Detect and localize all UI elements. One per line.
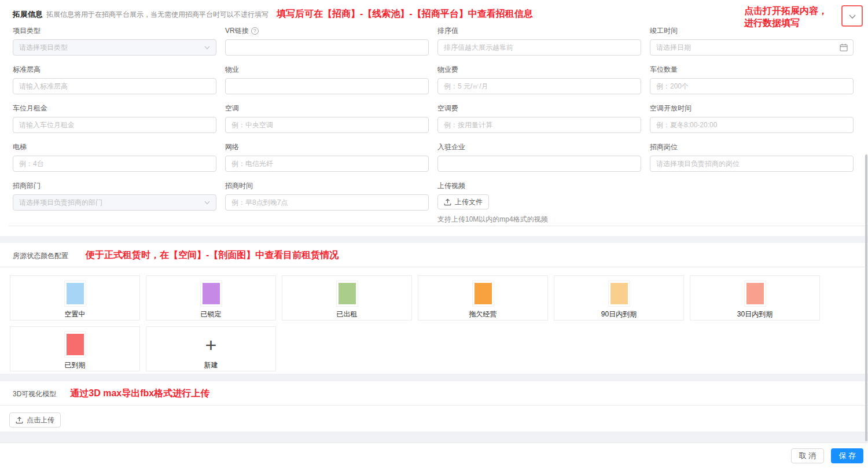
project-type-select[interactable]: 请选择项目类型 [13,39,216,56]
field-label: 车位月租金 [13,104,216,113]
field-label: 空调 [225,104,429,113]
color-swatch [203,283,220,304]
upload-icon [16,417,23,424]
save-button[interactable]: 保 存 [831,448,863,463]
air-conditioning-input[interactable] [225,117,429,133]
annotation-text: 填写后可在【招商】-【线索池】-【招商平台】中查看招租信息 [277,8,533,20]
upload-video-button[interactable]: 上传文件 [437,194,489,209]
field-label: VR链接 ? [225,26,429,35]
status-card-arrears[interactable]: 拖欠经营 [418,275,548,320]
standard-floor-height-input[interactable] [13,78,216,94]
color-swatch [746,283,764,304]
elevator-input[interactable] [13,156,216,172]
field-project-type: 项目类型 请选择项目类型 [13,26,216,56]
upload-icon [444,198,451,206]
field-label: 物业 [225,65,429,74]
vertical-scrollbar[interactable] [865,154,867,441]
status-card-expired[interactable]: 已到期 [10,326,140,371]
completion-date-input[interactable] [650,40,853,55]
question-circle-icon[interactable]: ? [251,27,259,35]
leasing-hours-input[interactable] [225,194,429,211]
extended-info-header: 拓展信息 拓展信息将用于在招商平台展示，当无需使用招商平台时可以不进行填写 填写… [13,8,855,20]
network-input[interactable] [225,156,429,172]
calendar-icon [840,43,848,51]
field-label: 招商部门 [13,181,216,190]
status-card-rented[interactable]: 已出租 [282,275,412,320]
select-placeholder: 请选择项目负责招商的部门 [19,198,102,208]
field-sort-value: 排序值 [437,26,641,56]
property-fee-input[interactable] [437,78,641,94]
status-card-label: 90日内到期 [601,309,637,319]
collapse-toggle-button[interactable] [841,5,863,27]
tenant-companies-input[interactable] [437,156,641,172]
field-vr-link: VR链接 ? [225,26,429,56]
ac-fee-input[interactable] [437,117,641,133]
footer-action-bar: 取 消 保 存 [0,443,868,468]
field-label: 电梯 [13,142,216,152]
upload-video-hint: 支持上传10M以内的mp4格式的视频 [437,215,641,224]
status-card-label: 新建 [204,360,218,370]
field-leasing-department: 招商部门 请选择项目负责招商的部门 [13,181,216,224]
parking-count-input[interactable] [650,78,854,94]
extended-info-form: 项目类型 请选择项目类型 VR链接 ? 排序值 竣工时间 标准 [13,26,855,234]
color-swatch [475,283,492,304]
chevron-down-icon [849,11,856,21]
status-card-vacant[interactable]: 空置中 [10,275,140,320]
color-swatch [67,283,84,304]
annotation-text: 便于正式租赁时，在【空间】-【剖面图】中查看目前租赁情况 [86,249,339,261]
section-title: 拓展信息 [13,9,43,20]
annotation-text: 通过3D max导出fbx格式进行上传 [70,388,209,400]
status-card-locked[interactable]: 已锁定 [146,275,276,320]
leasing-position-input[interactable] [650,156,854,172]
leasing-department-select[interactable]: 请选择项目负责招商的部门 [13,194,216,211]
field-label: 标准层高 [13,65,216,74]
field-property-fee: 物业费 [437,65,641,94]
model-3d-section: 3D可视化模型 通过3D max导出fbx格式进行上传 点击上传 [0,381,868,432]
field-label: 招商岗位 [650,142,854,152]
chevron-down-icon [204,198,210,207]
field-property: 物业 [225,65,429,94]
section-gap [0,374,868,381]
extended-info-section: 拓展信息 拓展信息将用于在招商平台展示，当无需使用招商平台时可以不进行填写 填写… [0,0,868,236]
color-swatch [67,334,84,355]
field-label: 网络 [225,142,429,152]
field-label: 上传视频 [437,181,641,190]
status-card-list: 空置中 已锁定 已出租 拖欠经营 90日内到期 30日内到期 已到期 + [0,267,839,371]
cancel-button[interactable]: 取 消 [791,448,825,463]
field-label: 入驻企业 [437,142,641,152]
status-card-label: 已锁定 [201,309,222,319]
add-status-card-button[interactable]: + 新建 [146,326,276,371]
field-completion-date: 竣工时间 [650,26,854,56]
collapse-annotation: 点击打开拓展内容，进行数据填写 [744,5,836,29]
section-title: 房源状态颜色配置 [13,251,68,261]
plus-icon: + [205,335,217,355]
parking-monthly-rent-input[interactable] [13,117,216,133]
ac-open-hours-input[interactable] [650,117,854,133]
field-leasing-hours: 招商时间 [225,181,429,224]
section-gap [0,236,868,243]
field-standard-floor-height: 标准层高 [13,65,216,94]
field-air-conditioning: 空调 [225,104,429,133]
field-parking-monthly-rent: 车位月租金 [13,104,216,133]
field-elevator: 电梯 [13,142,216,172]
completion-date-picker[interactable] [650,39,854,56]
upload-model-button[interactable]: 点击上传 [9,412,61,428]
section-title: 3D可视化模型 [13,389,56,399]
field-label: 空调费 [437,104,641,113]
property-input[interactable] [225,78,429,94]
color-swatch [339,283,356,304]
select-placeholder: 请选择项目类型 [19,43,68,53]
field-ac-fee: 空调费 [437,104,641,133]
status-card-expire-30d[interactable]: 30日内到期 [690,275,820,320]
sort-value-input[interactable] [437,39,641,56]
field-leasing-position: 招商岗位 [650,142,854,172]
field-upload-video: 上传视频 上传文件 支持上传10M以内的mp4格式的视频 [437,181,641,224]
field-label: 车位数量 [650,65,854,74]
field-label: 空调开放时间 [650,104,854,113]
status-card-label: 拖欠经营 [469,309,497,319]
field-parking-count: 车位数量 [650,65,854,94]
vr-link-input[interactable] [225,39,429,56]
color-swatch [610,283,628,304]
status-card-expire-90d[interactable]: 90日内到期 [554,275,684,320]
section-subtitle: 拓展信息将用于在招商平台展示，当无需使用招商平台时可以不进行填写 [46,10,269,20]
